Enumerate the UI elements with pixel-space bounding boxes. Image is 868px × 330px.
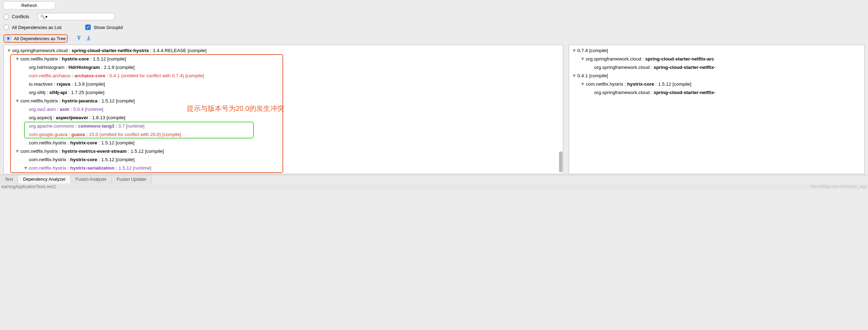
tab-dependency-analyzer[interactable]: Dependency Analyzer: [18, 175, 71, 184]
tree-row[interactable]: ▼ org.springframework.cloud : spring-clo…: [5, 46, 562, 55]
group-id: org.springframework.cloud: [12, 48, 68, 53]
refresh-button[interactable]: Refresh: [3, 1, 55, 9]
right-tree-panel: ▼ 0.7.4 [compile]▼ org.springframework.c…: [569, 45, 865, 174]
disclosure-icon[interactable]: ▼: [7, 46, 11, 55]
checkbox-show-groupid[interactable]: ✓ Show GroupId: [85, 24, 123, 30]
tab-fusion-analyzer[interactable]: Fusion Analyzer: [71, 175, 112, 184]
radio-all-tree[interactable]: All Dependencies as Tree: [6, 36, 66, 41]
group-id: org.springframework.cloud: [594, 65, 650, 70]
search-input[interactable]: [48, 14, 112, 19]
artifact-id: spring-cloud-starter-netflix-arc: [645, 56, 714, 62]
radio-label: All Dependencies as List: [12, 25, 61, 30]
left-tree-panel: ▼ org.springframework.cloud : spring-clo…: [3, 45, 563, 174]
artifact-id: hystrix-core: [627, 81, 654, 87]
disclosure-icon[interactable]: ▼: [572, 46, 576, 55]
status-left: earningApplicationTests.test2: [1, 184, 56, 189]
version-tree[interactable]: ▼ 0.7.4 [compile]▼ org.springframework.c…: [569, 45, 864, 98]
group-id: com.netflix.hystrix: [586, 81, 623, 87]
artifact-id: spring-cloud-starter-netflix-hystrix: [72, 48, 149, 53]
tree-row[interactable]: ▼ com.netflix.hystrix : hystrix-core : 1…: [570, 80, 863, 88]
radio-all-list[interactable]: All Dependencies as List: [3, 24, 61, 30]
expand-all-icon[interactable]: [76, 35, 82, 42]
radio-label: All Dependencies as Tree: [14, 36, 66, 41]
tree-text: 0.7.4 [compile]: [578, 48, 608, 53]
tab-text[interactable]: Text: [0, 175, 18, 184]
search-icon: 🔍▾: [40, 14, 47, 19]
artifact-id: spring-cloud-starter-netflix-: [654, 65, 715, 70]
artifact-id: spring-cloud-starter-netflix-: [654, 90, 715, 95]
disclosure-icon[interactable]: ▼: [580, 55, 584, 63]
tree-row[interactable]: ▼ 0.4.1 [compile]: [570, 72, 863, 80]
checkbox-label: Show GroupId: [94, 25, 123, 30]
tree-row[interactable]: ▼ 0.7.4 [compile]: [570, 46, 863, 55]
collapse-all-icon[interactable]: [86, 35, 91, 42]
watermark: https://blog.csdn.net/truman_wgz: [810, 184, 867, 189]
search-input-container[interactable]: 🔍▾: [38, 13, 115, 20]
tab-fusion-updater[interactable]: Fusion Updater: [112, 175, 152, 184]
group-id: org.springframework.cloud: [586, 56, 641, 62]
disclosure-icon[interactable]: ▼: [580, 80, 584, 88]
tree-row[interactable]: org.springframework.cloud : spring-cloud…: [570, 88, 863, 97]
scrollbar[interactable]: [559, 151, 562, 172]
radio-icon: [3, 14, 9, 20]
highlight-dependencies-box: [10, 54, 283, 173]
radio-label: Conflicts: [12, 14, 29, 19]
group-id: org.springframework.cloud: [594, 90, 650, 95]
annotation-text: 提示与版本号为20.0的发生冲突: [187, 104, 284, 113]
tree-text: 0.4.1 [compile]: [578, 73, 608, 78]
radio-conflicts[interactable]: Conflicts: [3, 14, 29, 20]
tree-row[interactable]: ▼ org.springframework.cloud : spring-clo…: [570, 55, 863, 63]
radio-icon: [3, 24, 9, 30]
bottom-tabs: Text Dependency Analyzer Fusion Analyzer…: [0, 175, 868, 184]
disclosure-icon[interactable]: ▼: [572, 72, 576, 80]
tree-row[interactable]: org.springframework.cloud : spring-cloud…: [570, 63, 863, 72]
radio-all-tree-highlight: All Dependencies as Tree: [3, 34, 68, 43]
status-bar: earningApplicationTests.test2 https://bl…: [0, 184, 868, 190]
highlight-guava-box: [24, 122, 254, 138]
radio-icon-selected: [6, 36, 11, 41]
check-icon: ✓: [85, 24, 91, 30]
